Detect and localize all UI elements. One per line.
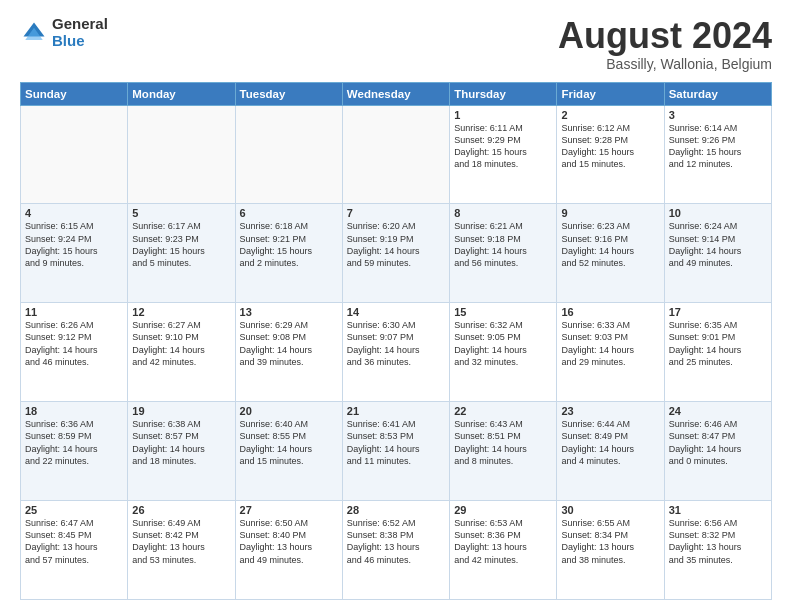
day-number: 19: [132, 405, 230, 417]
table-row: 12Sunrise: 6:27 AMSunset: 9:10 PMDayligh…: [128, 303, 235, 402]
col-tuesday: Tuesday: [235, 82, 342, 105]
day-number: 3: [669, 109, 767, 121]
calendar-week-3: 11Sunrise: 6:26 AMSunset: 9:12 PMDayligh…: [21, 303, 772, 402]
day-number: 14: [347, 306, 445, 318]
day-number: 30: [561, 504, 659, 516]
day-info: Sunrise: 6:30 AMSunset: 9:07 PMDaylight:…: [347, 319, 445, 368]
table-row: 25Sunrise: 6:47 AMSunset: 8:45 PMDayligh…: [21, 501, 128, 600]
calendar-week-5: 25Sunrise: 6:47 AMSunset: 8:45 PMDayligh…: [21, 501, 772, 600]
calendar-table: Sunday Monday Tuesday Wednesday Thursday…: [20, 82, 772, 600]
day-number: 12: [132, 306, 230, 318]
day-info: Sunrise: 6:38 AMSunset: 8:57 PMDaylight:…: [132, 418, 230, 467]
day-info: Sunrise: 6:40 AMSunset: 8:55 PMDaylight:…: [240, 418, 338, 467]
table-row: 16Sunrise: 6:33 AMSunset: 9:03 PMDayligh…: [557, 303, 664, 402]
day-info: Sunrise: 6:32 AMSunset: 9:05 PMDaylight:…: [454, 319, 552, 368]
col-friday: Friday: [557, 82, 664, 105]
header: General Blue August 2024 Bassilly, Wallo…: [20, 16, 772, 72]
table-row: [342, 105, 449, 204]
location-subtitle: Bassilly, Wallonia, Belgium: [558, 56, 772, 72]
day-number: 25: [25, 504, 123, 516]
calendar-week-4: 18Sunrise: 6:36 AMSunset: 8:59 PMDayligh…: [21, 402, 772, 501]
day-number: 17: [669, 306, 767, 318]
day-info: Sunrise: 6:53 AMSunset: 8:36 PMDaylight:…: [454, 517, 552, 566]
calendar-header-row: Sunday Monday Tuesday Wednesday Thursday…: [21, 82, 772, 105]
day-info: Sunrise: 6:18 AMSunset: 9:21 PMDaylight:…: [240, 220, 338, 269]
day-number: 11: [25, 306, 123, 318]
day-number: 22: [454, 405, 552, 417]
day-info: Sunrise: 6:46 AMSunset: 8:47 PMDaylight:…: [669, 418, 767, 467]
day-number: 4: [25, 207, 123, 219]
table-row: 21Sunrise: 6:41 AMSunset: 8:53 PMDayligh…: [342, 402, 449, 501]
col-thursday: Thursday: [450, 82, 557, 105]
day-info: Sunrise: 6:17 AMSunset: 9:23 PMDaylight:…: [132, 220, 230, 269]
day-info: Sunrise: 6:35 AMSunset: 9:01 PMDaylight:…: [669, 319, 767, 368]
table-row: 5Sunrise: 6:17 AMSunset: 9:23 PMDaylight…: [128, 204, 235, 303]
table-row: 23Sunrise: 6:44 AMSunset: 8:49 PMDayligh…: [557, 402, 664, 501]
title-block: August 2024 Bassilly, Wallonia, Belgium: [558, 16, 772, 72]
table-row: [21, 105, 128, 204]
table-row: 19Sunrise: 6:38 AMSunset: 8:57 PMDayligh…: [128, 402, 235, 501]
table-row: 2Sunrise: 6:12 AMSunset: 9:28 PMDaylight…: [557, 105, 664, 204]
table-row: 30Sunrise: 6:55 AMSunset: 8:34 PMDayligh…: [557, 501, 664, 600]
table-row: 22Sunrise: 6:43 AMSunset: 8:51 PMDayligh…: [450, 402, 557, 501]
day-number: 7: [347, 207, 445, 219]
day-info: Sunrise: 6:33 AMSunset: 9:03 PMDaylight:…: [561, 319, 659, 368]
table-row: 29Sunrise: 6:53 AMSunset: 8:36 PMDayligh…: [450, 501, 557, 600]
logo-general: General: [52, 16, 108, 33]
calendar-week-1: 1Sunrise: 6:11 AMSunset: 9:29 PMDaylight…: [21, 105, 772, 204]
table-row: 7Sunrise: 6:20 AMSunset: 9:19 PMDaylight…: [342, 204, 449, 303]
table-row: 10Sunrise: 6:24 AMSunset: 9:14 PMDayligh…: [664, 204, 771, 303]
day-number: 15: [454, 306, 552, 318]
day-number: 5: [132, 207, 230, 219]
day-info: Sunrise: 6:36 AMSunset: 8:59 PMDaylight:…: [25, 418, 123, 467]
day-info: Sunrise: 6:56 AMSunset: 8:32 PMDaylight:…: [669, 517, 767, 566]
table-row: 13Sunrise: 6:29 AMSunset: 9:08 PMDayligh…: [235, 303, 342, 402]
day-info: Sunrise: 6:15 AMSunset: 9:24 PMDaylight:…: [25, 220, 123, 269]
day-info: Sunrise: 6:27 AMSunset: 9:10 PMDaylight:…: [132, 319, 230, 368]
table-row: 4Sunrise: 6:15 AMSunset: 9:24 PMDaylight…: [21, 204, 128, 303]
calendar-week-2: 4Sunrise: 6:15 AMSunset: 9:24 PMDaylight…: [21, 204, 772, 303]
day-info: Sunrise: 6:55 AMSunset: 8:34 PMDaylight:…: [561, 517, 659, 566]
table-row: 18Sunrise: 6:36 AMSunset: 8:59 PMDayligh…: [21, 402, 128, 501]
day-number: 1: [454, 109, 552, 121]
day-info: Sunrise: 6:12 AMSunset: 9:28 PMDaylight:…: [561, 122, 659, 171]
day-number: 13: [240, 306, 338, 318]
day-number: 31: [669, 504, 767, 516]
col-saturday: Saturday: [664, 82, 771, 105]
table-row: 8Sunrise: 6:21 AMSunset: 9:18 PMDaylight…: [450, 204, 557, 303]
day-number: 21: [347, 405, 445, 417]
day-number: 27: [240, 504, 338, 516]
day-info: Sunrise: 6:21 AMSunset: 9:18 PMDaylight:…: [454, 220, 552, 269]
day-number: 24: [669, 405, 767, 417]
day-number: 18: [25, 405, 123, 417]
day-number: 29: [454, 504, 552, 516]
day-number: 20: [240, 405, 338, 417]
day-info: Sunrise: 6:41 AMSunset: 8:53 PMDaylight:…: [347, 418, 445, 467]
table-row: 15Sunrise: 6:32 AMSunset: 9:05 PMDayligh…: [450, 303, 557, 402]
table-row: 24Sunrise: 6:46 AMSunset: 8:47 PMDayligh…: [664, 402, 771, 501]
table-row: 3Sunrise: 6:14 AMSunset: 9:26 PMDaylight…: [664, 105, 771, 204]
logo: General Blue: [20, 16, 108, 49]
table-row: 26Sunrise: 6:49 AMSunset: 8:42 PMDayligh…: [128, 501, 235, 600]
table-row: [235, 105, 342, 204]
table-row: 20Sunrise: 6:40 AMSunset: 8:55 PMDayligh…: [235, 402, 342, 501]
day-info: Sunrise: 6:26 AMSunset: 9:12 PMDaylight:…: [25, 319, 123, 368]
day-number: 16: [561, 306, 659, 318]
table-row: 6Sunrise: 6:18 AMSunset: 9:21 PMDaylight…: [235, 204, 342, 303]
table-row: [128, 105, 235, 204]
table-row: 1Sunrise: 6:11 AMSunset: 9:29 PMDaylight…: [450, 105, 557, 204]
day-info: Sunrise: 6:11 AMSunset: 9:29 PMDaylight:…: [454, 122, 552, 171]
day-info: Sunrise: 6:52 AMSunset: 8:38 PMDaylight:…: [347, 517, 445, 566]
day-number: 28: [347, 504, 445, 516]
day-number: 2: [561, 109, 659, 121]
day-number: 6: [240, 207, 338, 219]
table-row: 17Sunrise: 6:35 AMSunset: 9:01 PMDayligh…: [664, 303, 771, 402]
month-title: August 2024: [558, 16, 772, 56]
table-row: 11Sunrise: 6:26 AMSunset: 9:12 PMDayligh…: [21, 303, 128, 402]
day-number: 10: [669, 207, 767, 219]
day-info: Sunrise: 6:29 AMSunset: 9:08 PMDaylight:…: [240, 319, 338, 368]
table-row: 28Sunrise: 6:52 AMSunset: 8:38 PMDayligh…: [342, 501, 449, 600]
day-info: Sunrise: 6:49 AMSunset: 8:42 PMDaylight:…: [132, 517, 230, 566]
table-row: 14Sunrise: 6:30 AMSunset: 9:07 PMDayligh…: [342, 303, 449, 402]
col-monday: Monday: [128, 82, 235, 105]
